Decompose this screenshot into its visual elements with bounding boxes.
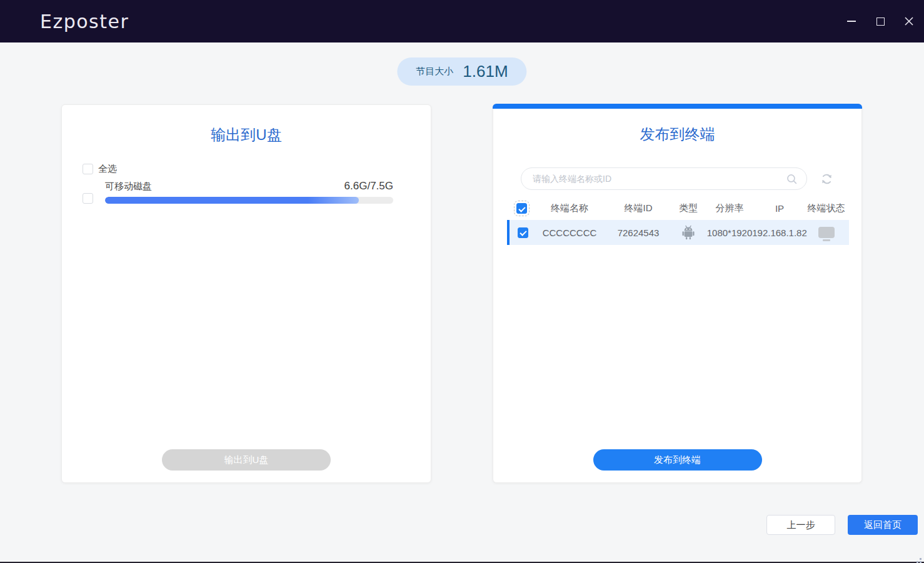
close-button[interactable] (904, 16, 914, 26)
panel-accent-bar (493, 104, 862, 109)
disk-checkbox[interactable] (83, 193, 93, 204)
minimize-icon (847, 21, 856, 22)
terminal-table-row[interactable]: CCCCCCCC 72624543 1080*1920 192.168.1.82 (507, 220, 849, 245)
col-terminal-name: 终端名称 (536, 202, 603, 214)
row-resolution: 1080*1920 (703, 227, 756, 238)
terminal-panel-title: 发布到终端 (493, 124, 861, 144)
disk-name: 可移动磁盘 (105, 181, 152, 192)
col-type: 类型 (673, 202, 703, 214)
search-icon[interactable] (786, 173, 798, 187)
col-ip: IP (756, 203, 803, 214)
terminal-table: 终端名称 终端ID 类型 分辨率 IP 终端状态 CCCCCCCC 726245… (507, 197, 849, 245)
usb-select-all-row: 全选 (83, 163, 117, 175)
close-icon (904, 16, 914, 26)
output-usb-button[interactable]: 输出到U盘 (162, 449, 331, 471)
disk-progress-bar (105, 197, 393, 204)
program-size-badge: 节目大小 1.61M (397, 57, 526, 86)
row-terminal-name: CCCCCCCC (536, 227, 603, 238)
terminal-panel: 发布到终端 终端名称 终端ID (493, 104, 862, 483)
col-terminal-status: 终端状态 (803, 202, 849, 214)
android-icon (681, 225, 695, 240)
terminal-search-row (521, 167, 834, 190)
program-size-label: 节目大小 (416, 66, 453, 77)
return-home-button[interactable]: 返回首页 (848, 515, 918, 535)
previous-step-button[interactable]: 上一步 (766, 515, 835, 535)
maximize-icon (876, 17, 885, 26)
usb-panel-title: 输出到U盘 (62, 125, 431, 145)
maximize-button[interactable] (875, 16, 885, 26)
usb-select-all-label: 全选 (98, 163, 117, 175)
disk-info-row: 可移动磁盘 6.6G/7.5G (105, 180, 393, 192)
row-ip: 192.168.1.82 (756, 227, 803, 238)
terminal-table-header: 终端名称 终端ID 类型 分辨率 IP 终端状态 (507, 197, 849, 220)
screen-icon (818, 227, 835, 238)
usb-select-all-checkbox[interactable] (83, 164, 93, 174)
app-logo: Ezposter (40, 11, 129, 32)
col-resolution: 分辨率 (703, 202, 756, 214)
disk-usage: 6.6G/7.5G (344, 180, 393, 192)
terminal-search-input[interactable] (521, 168, 806, 189)
terminal-search-box (521, 167, 807, 190)
minimize-button[interactable] (846, 16, 856, 26)
publish-terminal-button[interactable]: 发布到终端 (593, 449, 762, 471)
refresh-icon[interactable] (820, 172, 834, 186)
col-terminal-id: 终端ID (603, 202, 673, 214)
row-terminal-id: 72624543 (603, 227, 673, 238)
usb-panel: 输出到U盘 全选 可移动磁盘 6.6G/7.5G 输出到U盘 (61, 104, 431, 483)
table-select-all-checkbox[interactable] (516, 203, 527, 214)
resize-grip[interactable] (920, 558, 921, 560)
titlebar: Ezposter (0, 0, 924, 42)
disk-progress-fill (105, 197, 359, 204)
program-size-value: 1.61M (463, 62, 508, 81)
window-controls (846, 0, 914, 42)
row-checkbox[interactable] (518, 227, 528, 238)
